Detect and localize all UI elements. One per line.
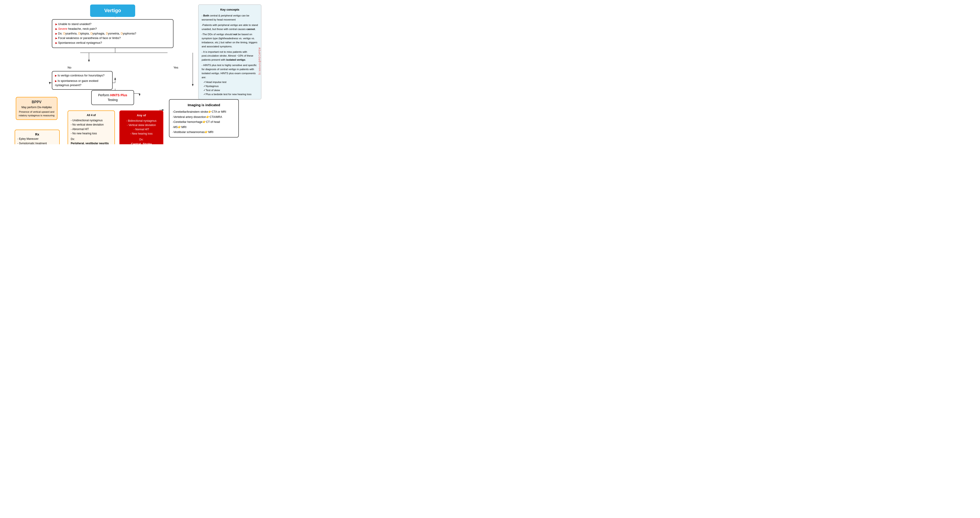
bppv-rx-box: Rx - Epley Maneuver - Symptomatic treatm… — [14, 130, 60, 144]
anyof-title: Any of — [123, 113, 160, 118]
key-concepts-box: Key concepts - Both central & peripheral… — [198, 5, 261, 99]
key-item-2: -Patients with peripheral vertigo are ab… — [202, 23, 258, 31]
warning-box: ▶ Unable to stand unaided? ▶ Severe head… — [52, 19, 173, 48]
continuous-item-2: ▶ Is spontaneous or gaze evoked nystagmu… — [55, 79, 110, 88]
bppv-title: BPPV — [19, 100, 55, 105]
warning-item-3: ▶ Ds: Dysarthria, Diplopia, Dysphagia, D… — [56, 31, 170, 36]
hints-prefix: Perform — [98, 93, 110, 97]
all4-item-2: - No vertical skew deviation — [71, 123, 112, 127]
warning-item-4: ▶ Focal weakness or parasthesia of face … — [56, 36, 170, 41]
continuous-item-1: ▶ Is vertigo continious for hours/days? — [55, 73, 110, 78]
imaging-item-5: -Vestibular schwannomas👉MRI — [173, 130, 235, 135]
all4-dx-detail: Peripheral. vestibular neuritis — [71, 142, 109, 144]
hints-highlight: HINTS Plus — [110, 93, 127, 97]
continuous-box: ▶ Is vertigo continious for hours/days? … — [52, 71, 113, 90]
bppv-rx-item-2: - Symptomatic treatment — [18, 141, 57, 144]
imaging-item-3: -Cerebellar hemorrhage👉CT of head — [173, 120, 235, 125]
anyof-item-3: - Normal HIT — [123, 128, 160, 132]
anyof-box: Any of - Bidirectional nystagmus - Verti… — [119, 110, 163, 144]
all4-box: All 4 of - Unidirectional nystagmus - No… — [68, 110, 115, 144]
warning-item-5: ▶ Spontaneous vertical nystagmus? — [56, 41, 170, 45]
imaging-item-1: -Cerebellar/brainstem stroke👉CTA or MRI — [173, 109, 235, 115]
key-item-3: -The DDx of vertigo should not be based … — [202, 32, 258, 48]
imaging-item-4: -MS👉MRI — [173, 125, 235, 130]
imaging-title: Imaging is indicated — [173, 102, 235, 108]
key-item-4: - It is important not to miss patients w… — [202, 50, 258, 62]
vertigo-box: Vertigo — [90, 5, 135, 17]
anyof-item-1: - Bidirectional nystagmus — [123, 119, 160, 123]
warning-item-2: ▶ Severe headache, neck pain? — [56, 27, 170, 31]
key-checklist: ✓Head impulse test ✓Nystagmus ✓Test of s… — [202, 80, 258, 96]
anyof-dx-detail: Central. Stroke — [131, 142, 152, 144]
diagram-container: Vertigo ▶ Unable to stand unaided? ▶ Sev… — [2, 2, 259, 142]
anyof-item-2: - Vertical skew deviation — [123, 123, 160, 128]
label-yes: Yes — [173, 66, 178, 69]
hints-box: Perform HINTS Plus Testing — [91, 90, 134, 105]
label-no: No — [68, 66, 72, 69]
imaging-box: Imaging is indicated -Cerebellar/brainst… — [169, 99, 239, 137]
bppv-rx-item-1: - Epley Maneuver — [18, 137, 57, 141]
bppv-rx-title: Rx — [18, 132, 57, 137]
watermark: St.laboutc@RECAPEM — [258, 47, 261, 75]
anyof-item-4: - New hearing loss — [123, 132, 160, 136]
all4-item-3: - Abnormal HIT — [71, 127, 112, 131]
vertigo-label: Vertigo — [104, 8, 121, 13]
warning-item-1: ▶ Unable to stand unaided? — [56, 22, 170, 27]
imaging-item-2: -Vertebral artery dissection👉CTA/MRA — [173, 115, 235, 120]
key-item-1: - Both central & peripheral vertigo can … — [202, 14, 258, 22]
all4-title: All 4 of — [71, 113, 112, 118]
anyof-dx: Dx: — [140, 138, 143, 141]
hints-suffix: Testing — [108, 98, 118, 102]
all4-item-4: - No new hearing loss — [71, 131, 112, 136]
bppv-note: Presence of vertical upward and rotatory… — [19, 110, 55, 117]
bppv-sub: May perform Dix-Hallpike — [19, 105, 55, 109]
all4-item-1: - Unidirectional nystagmus — [71, 118, 112, 123]
bppv-box: BPPV May perform Dix-Hallpike Presence o… — [16, 97, 57, 120]
key-item-5: - HINTS plus test is highly sensitive an… — [202, 63, 258, 79]
all4-dx: Dx: — [71, 137, 75, 141]
key-concepts-title: Key concepts — [202, 8, 258, 12]
